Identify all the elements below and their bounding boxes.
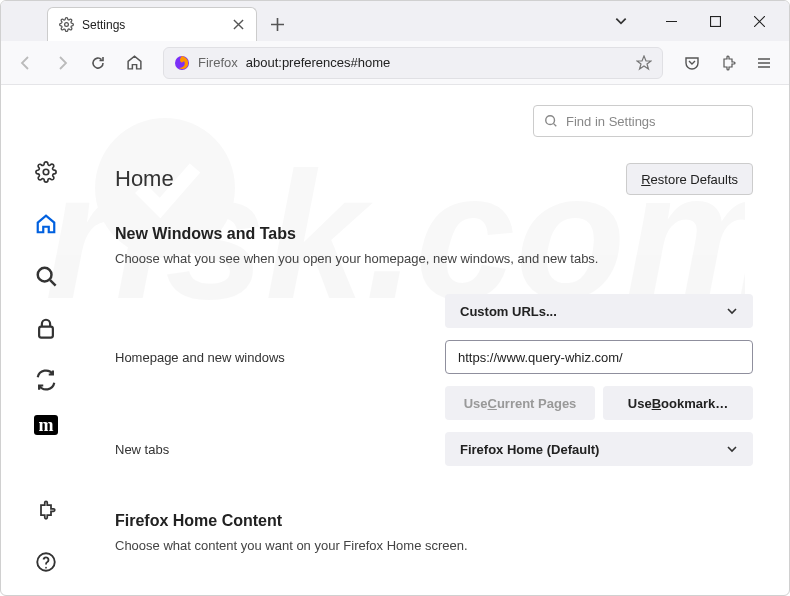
use-bookmark-button[interactable]: Use Bookmark… (603, 386, 753, 420)
url-protocol: Firefox (198, 55, 238, 70)
bookmark-star-icon[interactable] (636, 55, 652, 71)
chevron-down-icon (726, 305, 738, 317)
gear-icon (58, 17, 74, 33)
back-button[interactable] (11, 48, 41, 78)
tab-bar: Settings (1, 1, 789, 41)
close-tab-icon[interactable] (230, 17, 246, 33)
list-tabs-button[interactable] (607, 7, 635, 35)
firefox-logo-icon (174, 55, 190, 71)
restore-defaults-button[interactable]: Restore Defaults (626, 163, 753, 195)
nav-toolbar: Firefox about:preferences#home (1, 41, 789, 85)
svg-point-9 (45, 567, 47, 569)
maximize-button[interactable] (693, 5, 737, 37)
svg-rect-7 (39, 327, 53, 338)
svg-point-5 (43, 169, 49, 175)
home-button[interactable] (119, 48, 149, 78)
sidebar-item-search[interactable] (29, 259, 63, 293)
sidebar-item-sync[interactable] (29, 363, 63, 397)
homepage-url-input[interactable] (445, 340, 753, 374)
sidebar-item-extensions[interactable] (29, 493, 63, 527)
search-placeholder: Find in Settings (566, 114, 656, 129)
page-title: Home (115, 166, 174, 192)
settings-main: Find in Settings Home Restore Defaults N… (91, 85, 789, 596)
section-desc-home-content: Choose what content you want on your Fir… (115, 538, 753, 553)
homepage-mode-select[interactable]: Custom URLs... (445, 294, 753, 328)
reload-button[interactable] (83, 48, 113, 78)
section-desc-windows-tabs: Choose what you see when you open your h… (115, 251, 753, 266)
settings-search-input[interactable]: Find in Settings (533, 105, 753, 137)
close-window-button[interactable] (737, 5, 781, 37)
svg-point-10 (546, 116, 555, 125)
sidebar-item-privacy[interactable] (29, 311, 63, 345)
section-title-home-content: Firefox Home Content (115, 512, 753, 530)
app-menu-button[interactable] (749, 48, 779, 78)
sidebar-item-general[interactable] (29, 155, 63, 189)
newtabs-mode-select[interactable]: Firefox Home (Default) (445, 432, 753, 466)
extensions-button[interactable] (713, 48, 743, 78)
select-value: Custom URLs... (460, 304, 557, 319)
tab-settings[interactable]: Settings (47, 7, 257, 41)
minimize-button[interactable] (649, 5, 693, 37)
chevron-down-icon (726, 443, 738, 455)
select-value: Firefox Home (Default) (460, 442, 599, 457)
svg-rect-3 (710, 16, 720, 26)
forward-button[interactable] (47, 48, 77, 78)
sidebar-item-more-from-mozilla[interactable]: m (34, 415, 58, 435)
url-bar[interactable]: Firefox about:preferences#home (163, 47, 663, 79)
sidebar-item-support[interactable] (29, 545, 63, 579)
tab-label: Settings (82, 18, 222, 32)
new-tab-button[interactable] (263, 10, 291, 38)
pocket-button[interactable] (677, 48, 707, 78)
use-current-pages-button[interactable]: Use Current Pages (445, 386, 595, 420)
newtabs-label: New tabs (115, 442, 445, 457)
search-icon (544, 114, 558, 128)
url-text: about:preferences#home (246, 55, 628, 70)
homepage-label: Homepage and new windows (115, 350, 445, 365)
section-title-windows-tabs: New Windows and Tabs (115, 225, 753, 243)
svg-point-6 (38, 268, 52, 282)
svg-point-2 (64, 23, 68, 27)
settings-sidebar: m (1, 85, 91, 596)
sidebar-item-home[interactable] (29, 207, 63, 241)
